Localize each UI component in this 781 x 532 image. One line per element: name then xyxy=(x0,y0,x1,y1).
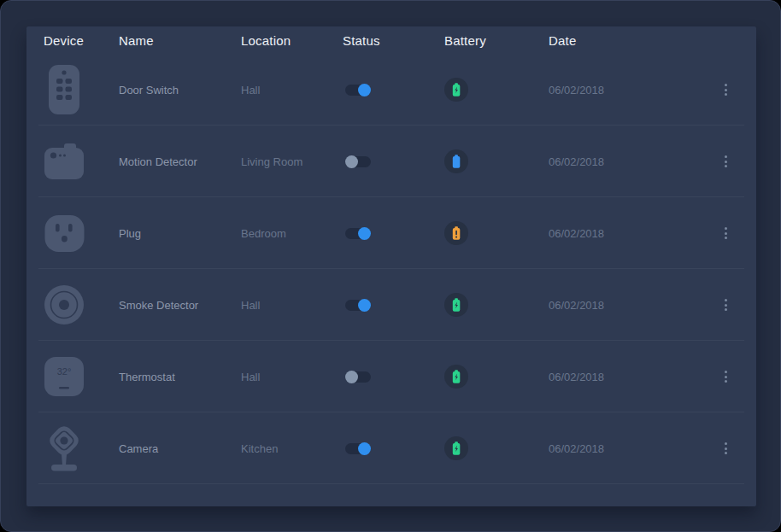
toggle-knob xyxy=(358,299,371,312)
column-header-status: Status xyxy=(343,33,444,48)
status-toggle[interactable] xyxy=(345,227,371,240)
status-toggle[interactable] xyxy=(345,84,371,96)
device-name: Motion Detector xyxy=(119,155,197,168)
device-name: Smoke Detector xyxy=(119,299,198,312)
device-name: Plug xyxy=(119,227,141,240)
device-name: Thermostat xyxy=(119,371,175,383)
battery-full-icon xyxy=(444,149,468,173)
thermostat-icon: 32° xyxy=(44,357,85,396)
column-header-location: Location xyxy=(241,33,343,48)
app-window: Device Name Location Status Battery Date… xyxy=(0,0,781,532)
device-date: 06/02/2018 xyxy=(549,442,604,455)
device-location: Kitchen xyxy=(241,442,278,455)
toggle-knob xyxy=(358,227,371,240)
device-date: 06/02/2018 xyxy=(549,299,604,312)
device-table-card: Device Name Location Status Battery Date… xyxy=(26,26,756,506)
toggle-knob xyxy=(358,442,371,455)
plug-icon xyxy=(44,214,85,253)
column-header-name: Name xyxy=(119,33,241,48)
kebab-menu-icon[interactable] xyxy=(720,80,731,99)
table-row: Smoke Detector Hall 06/02/2018 xyxy=(26,269,756,341)
column-header-device: Device xyxy=(44,33,119,48)
smoke-detector-icon xyxy=(44,285,85,324)
door-switch-icon xyxy=(44,64,85,115)
table-row: Camera Kitchen 06/02/2018 xyxy=(26,412,756,484)
device-location: Hall xyxy=(241,371,260,383)
device-name: Camera xyxy=(119,442,158,455)
table-row: Motion Detector Living Room 06/02/2018 xyxy=(26,126,756,197)
kebab-menu-icon[interactable] xyxy=(720,224,731,243)
battery-charging-icon xyxy=(444,365,468,389)
device-location: Bedroom xyxy=(241,227,286,240)
table-header-row: Device Name Location Status Battery Date xyxy=(26,26,756,54)
status-toggle[interactable] xyxy=(345,442,371,455)
camera-icon xyxy=(44,423,85,474)
battery-low-icon xyxy=(444,221,468,245)
device-name: Door Switch xyxy=(119,84,179,96)
device-date: 06/02/2018 xyxy=(549,371,604,383)
battery-charging-icon xyxy=(444,78,468,102)
svg-text:32°: 32° xyxy=(57,366,72,377)
battery-charging-icon xyxy=(444,293,468,317)
column-header-date: Date xyxy=(549,33,720,48)
device-date: 06/02/2018 xyxy=(549,84,604,96)
toggle-knob xyxy=(345,155,358,168)
device-date: 06/02/2018 xyxy=(549,227,604,240)
column-header-battery: Battery xyxy=(444,33,549,48)
table-body: Door Switch Hall 06/02/2018 Motion Dete xyxy=(26,54,756,484)
table-row: Plug Bedroom 06/02/2018 xyxy=(26,197,756,269)
device-location: Hall xyxy=(241,84,260,96)
kebab-menu-icon[interactable] xyxy=(720,439,731,458)
status-toggle[interactable] xyxy=(345,299,371,312)
toggle-knob xyxy=(358,84,371,96)
status-toggle[interactable] xyxy=(345,155,371,168)
kebab-menu-icon[interactable] xyxy=(720,295,731,314)
device-location: Living Room xyxy=(241,155,302,168)
toggle-knob xyxy=(345,371,358,383)
motion-detector-icon xyxy=(44,143,85,179)
battery-charging-icon xyxy=(444,436,468,460)
status-toggle[interactable] xyxy=(345,371,371,383)
device-date: 06/02/2018 xyxy=(549,155,604,168)
table-row: Door Switch Hall 06/02/2018 xyxy=(26,54,756,126)
device-location: Hall xyxy=(241,299,260,312)
table-row: 32° Thermostat Hall 06/02/2018 xyxy=(26,341,756,412)
kebab-menu-icon[interactable] xyxy=(720,367,731,386)
kebab-menu-icon[interactable] xyxy=(720,152,731,171)
